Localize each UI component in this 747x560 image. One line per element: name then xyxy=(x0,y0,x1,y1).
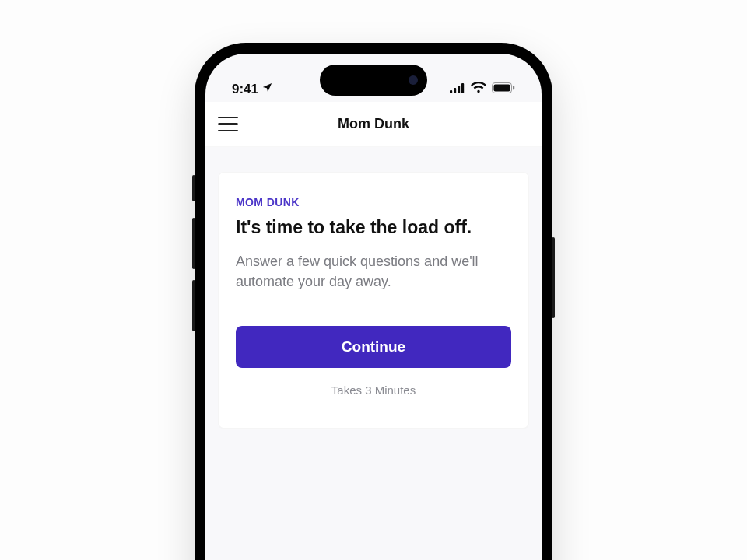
continue-button[interactable]: Continue xyxy=(236,326,511,368)
phone-side-button xyxy=(552,237,555,318)
card-headline: It's time to take the load off. xyxy=(236,216,511,239)
app-header: Mom Dunk xyxy=(205,102,542,147)
card-subtext: Answer a few quick questions and we'll a… xyxy=(236,251,511,292)
content-area: MOM DUNK It's time to take the load off.… xyxy=(205,147,542,429)
time-estimate: Takes 3 Minutes xyxy=(236,383,511,397)
phone-frame: 9:41 xyxy=(195,43,552,560)
location-arrow-icon xyxy=(261,82,273,97)
status-left: 9:41 xyxy=(232,82,273,97)
front-camera xyxy=(409,75,418,85)
status-right xyxy=(450,82,515,97)
status-time: 9:41 xyxy=(232,82,258,97)
svg-rect-5 xyxy=(494,85,510,92)
phone-side-button xyxy=(192,280,195,331)
svg-rect-1 xyxy=(454,88,456,93)
cellular-icon xyxy=(450,82,465,97)
phone-screen: 9:41 xyxy=(205,54,542,560)
onboarding-card: MOM DUNK It's time to take the load off.… xyxy=(218,172,529,429)
battery-icon xyxy=(492,82,515,97)
wifi-icon xyxy=(471,82,486,97)
dynamic-island xyxy=(320,65,427,96)
svg-rect-2 xyxy=(458,86,460,93)
phone-side-button xyxy=(192,218,195,269)
hamburger-icon[interactable] xyxy=(218,117,238,132)
svg-rect-6 xyxy=(513,86,514,90)
app-title: Mom Dunk xyxy=(338,116,409,132)
svg-rect-0 xyxy=(450,90,452,93)
phone-side-button xyxy=(192,175,195,201)
svg-rect-3 xyxy=(461,83,464,93)
card-eyebrow: MOM DUNK xyxy=(236,196,511,208)
